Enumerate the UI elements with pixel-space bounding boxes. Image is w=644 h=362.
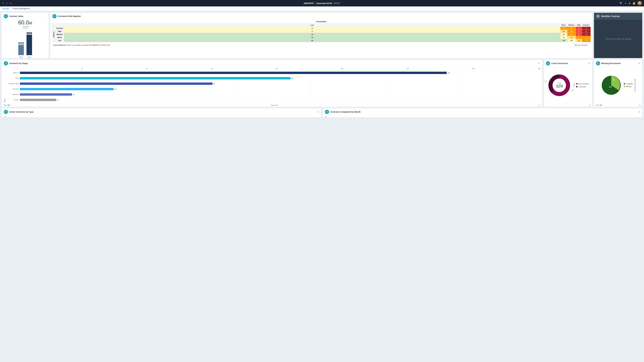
missing-label: Missing bbox=[626, 85, 632, 87]
cv-2021-bar bbox=[26, 35, 32, 55]
completed-settings-icon[interactable]: ⚙ bbox=[638, 111, 640, 113]
table-row: Low 94 46 26 13 3 bbox=[52, 39, 591, 42]
stage-count-label: Total count bbox=[271, 104, 278, 106]
risk-register-header: Contracts Risk Register bbox=[50, 13, 592, 19]
add-icon[interactable]: + bbox=[625, 1, 626, 5]
cell: 0 bbox=[582, 33, 590, 36]
col-medium: Medium bbox=[567, 23, 576, 27]
cell: 4 bbox=[576, 30, 582, 33]
workflow-tracking-widget: Workflow Tracking There are no items to … bbox=[594, 13, 642, 58]
converted-dot bbox=[576, 86, 578, 87]
lead-legend: Not converted Converted bbox=[576, 83, 588, 88]
cell: 0 bbox=[582, 30, 590, 33]
cv-2021-year: 2021 bbox=[28, 56, 31, 58]
cell: 41 bbox=[560, 30, 567, 33]
svg-text:275: 275 bbox=[609, 86, 612, 88]
lead-expand-icon[interactable]: ⬜ bbox=[589, 104, 590, 106]
user-avatar[interactable] bbox=[638, 1, 642, 5]
probability-header: Probability bbox=[52, 20, 591, 23]
cell: 0 bbox=[560, 36, 567, 39]
cell: 0 bbox=[560, 27, 567, 30]
contract-value-header: Contract Value bbox=[2, 13, 48, 19]
contract-value-title: Contract Value bbox=[9, 15, 46, 17]
risk-register-widget: Contracts Risk Register Probability Low … bbox=[50, 13, 592, 58]
stage-header: Contracts by Stage ⚙ bbox=[2, 60, 542, 67]
active-settings-icon[interactable]: ⚙ bbox=[317, 111, 319, 113]
stage-settings-icon[interactable]: ⚙ bbox=[538, 62, 540, 64]
cell: 46 bbox=[560, 39, 567, 42]
workflow-icon bbox=[596, 14, 600, 18]
missing-footer: Total: 329 ⬜ bbox=[594, 104, 642, 107]
stage-row-review: Review 11 bbox=[6, 98, 540, 101]
missing-icon bbox=[596, 61, 600, 65]
missing-legend-area: Complete Missing Missing Documents bbox=[624, 79, 636, 91]
cell: 27 bbox=[560, 33, 567, 36]
cell: 17 bbox=[567, 30, 576, 33]
cell: 0 bbox=[567, 36, 576, 39]
risk-action-text: Action Required: There are currently 6 c… bbox=[53, 44, 573, 46]
contract-value-widget: Contract Value 60.0M + 83.3% to last 10.… bbox=[2, 13, 48, 58]
cv-amount: 60.0 bbox=[18, 19, 29, 25]
breadcrumb-current: Contract Management bbox=[12, 7, 30, 10]
svg-point-1 bbox=[639, 2, 640, 3]
cell: 0 bbox=[567, 33, 576, 36]
active-contracts-widget: Active Contracts by Type ⚙ 160 bbox=[2, 108, 321, 117]
risk-serious-label: SERIOUS bbox=[92, 44, 100, 46]
stage-label-executed: Executed bbox=[6, 88, 19, 90]
active-header: Active Contracts by Type ⚙ bbox=[2, 108, 321, 115]
lead-conversion-widget: Lead Conversion ⚙ bbox=[544, 60, 592, 107]
risk-register-title: Contracts Risk Register bbox=[58, 15, 590, 17]
row-low: Low bbox=[55, 39, 64, 42]
not-converted-value: 122 bbox=[544, 81, 547, 82]
action-text-2: contracts with bbox=[82, 44, 92, 46]
dashboard-row-3: Active Contracts by Type ⚙ 160 Contracts… bbox=[2, 108, 642, 117]
action-text-3: combined risk. bbox=[100, 44, 110, 46]
impact-header: Impact bbox=[52, 27, 55, 42]
brand-logo: opentext bbox=[304, 2, 314, 4]
missing-y-label: Missing Documents bbox=[634, 79, 636, 91]
completed-icon bbox=[325, 110, 329, 114]
cell: 1 bbox=[576, 27, 582, 30]
missing-settings-icon[interactable]: ⚙ bbox=[638, 62, 640, 64]
help-icon[interactable]: ? bbox=[2, 2, 4, 4]
lead-body: Total 329 122 207 Leads Not convert bbox=[544, 67, 592, 104]
cell: 0 bbox=[64, 27, 560, 30]
active-y-value: 160 bbox=[4, 116, 6, 117]
cv-2021-label: 60.0M bbox=[27, 32, 32, 34]
view-risk-contracts-button[interactable]: View risk contracts bbox=[573, 43, 590, 47]
product-name: Extended ECM bbox=[316, 2, 332, 4]
completed-y-value: 100 bbox=[325, 116, 327, 117]
missing-header: Missing Documents ⚙ bbox=[594, 60, 642, 67]
cv-bar-2020: 10.0M 2020 bbox=[18, 42, 24, 58]
cv-unit: M bbox=[29, 21, 32, 25]
legend-item-converted: Converted bbox=[576, 86, 588, 88]
donut-total-value: 329 bbox=[556, 84, 563, 88]
bell-icon[interactable]: 🔔 bbox=[632, 2, 636, 5]
lead-header: Lead Conversion ⚙ bbox=[544, 60, 592, 67]
stage-bar-review: 11 bbox=[20, 99, 540, 101]
lead-settings-icon[interactable]: ⚙ bbox=[588, 62, 590, 64]
stage-bar-signature: 16 bbox=[20, 93, 540, 96]
contract-value-body: 60.0M + 83.3% to last 10.0M 2020 60.0M 2… bbox=[2, 19, 48, 58]
table-row: Medium 12 27 0 0 0 bbox=[52, 33, 591, 36]
breadcrumb-parent-link[interactable]: Innovate bbox=[2, 7, 9, 10]
lead-footer: ⬜ bbox=[544, 104, 592, 107]
breadcrumb: Innovate › Contract Management bbox=[0, 6, 644, 11]
chevron-up-icon[interactable]: ∧ bbox=[10, 2, 12, 5]
search-icon[interactable]: 🔍 bbox=[620, 2, 623, 5]
stage-expand-icon[interactable]: ⬜ bbox=[538, 104, 540, 106]
table-row: High 0 41 17 4 0 bbox=[52, 30, 591, 33]
legend-item-complete: Complete bbox=[624, 83, 633, 85]
star-icon[interactable]: ★ bbox=[628, 2, 630, 5]
cv-2020-bar bbox=[18, 45, 24, 55]
stage-row-unknown: Unknown Stage 59 bbox=[6, 82, 540, 85]
home-icon[interactable]: ⌂ bbox=[6, 2, 8, 4]
cell: 3 bbox=[567, 27, 576, 30]
stage-bar-executed: 29 bbox=[20, 88, 540, 90]
stage-bar-approval: 131 bbox=[20, 72, 540, 74]
col-high: High bbox=[576, 23, 582, 27]
missing-expand-icon[interactable]: ⬜ bbox=[639, 104, 640, 106]
cell: 1 bbox=[582, 27, 590, 30]
stage-title: Contracts by Stage bbox=[9, 62, 537, 64]
stage-row-signature: Signature 16 bbox=[6, 93, 540, 96]
